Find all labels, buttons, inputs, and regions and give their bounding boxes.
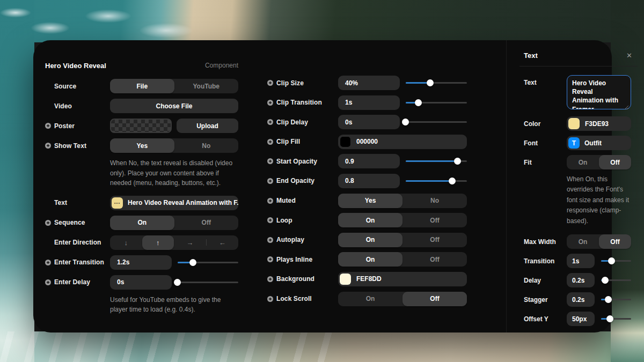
clip-delay-value[interactable]: 0s: [338, 115, 400, 129]
show-text-toggle[interactable]: Yes No: [110, 138, 238, 153]
plus-circle-icon: [267, 80, 273, 86]
upload-button[interactable]: Upload: [177, 119, 238, 133]
clip-transition-slider[interactable]: [406, 95, 467, 110]
clip-transition-row: Clip Transition 1s: [267, 95, 467, 110]
stagger-slider[interactable]: [601, 292, 631, 307]
sequence-label: Sequence: [54, 219, 85, 226]
loop-toggle[interactable]: On Off: [338, 213, 467, 227]
fit-option-on[interactable]: On: [567, 155, 599, 169]
delay-label: Delay: [524, 277, 567, 284]
source-option-youtube[interactable]: YouTube: [174, 79, 239, 93]
clip-transition-value[interactable]: 1s: [338, 95, 400, 110]
enter-direction-toggle[interactable]: ↓ ↑ → ←: [110, 235, 238, 250]
lock-scroll-toggle[interactable]: On Off: [338, 292, 467, 306]
slider-handle[interactable]: [402, 119, 409, 125]
lock-scroll-option-off[interactable]: Off: [402, 292, 467, 306]
slider-handle[interactable]: [454, 158, 461, 165]
show-text-option-yes[interactable]: Yes: [110, 138, 174, 153]
plays-inline-option-off[interactable]: Off: [402, 252, 467, 267]
text-value-field[interactable]: ••• Hero Video Reveal Animation with F..…: [110, 196, 238, 210]
source-option-file[interactable]: File: [110, 79, 174, 93]
loop-option-on[interactable]: On: [338, 213, 402, 227]
end-opacity-value[interactable]: 0.8: [338, 174, 400, 188]
plays-inline-label: Plays Inline: [276, 256, 312, 263]
enter-delay-value[interactable]: 0s: [110, 275, 172, 290]
close-icon[interactable]: ✕: [626, 52, 632, 59]
clip-delay-slider[interactable]: [406, 115, 467, 129]
direction-right-arrow-icon[interactable]: →: [174, 235, 206, 250]
font-field[interactable]: T Outfit: [567, 136, 631, 150]
fit-option-off[interactable]: Off: [599, 155, 631, 169]
sequence-option-on[interactable]: On: [110, 216, 174, 230]
font-label: Font: [524, 139, 567, 147]
poster-preview[interactable]: [110, 119, 172, 133]
enter-transition-value[interactable]: 1.2s: [110, 255, 172, 270]
sequence-option-off[interactable]: Off: [174, 216, 239, 230]
end-opacity-slider[interactable]: [406, 174, 467, 188]
text-popover-panel: Text ✕ Text Hero Video Reveal Animation …: [506, 40, 644, 333]
start-opacity-slider[interactable]: [406, 154, 467, 168]
max-width-toggle[interactable]: On Off: [567, 234, 631, 249]
autoplay-toggle[interactable]: On Off: [338, 233, 467, 247]
plus-circle-icon: [45, 123, 51, 129]
clip-size-slider[interactable]: [406, 76, 467, 90]
text-input-textarea[interactable]: Hero Video Reveal Animation with Framer: [567, 75, 631, 109]
sequence-toggle[interactable]: On Off: [110, 216, 238, 230]
slider-handle[interactable]: [415, 99, 422, 106]
offset-y-value[interactable]: 50px: [567, 312, 595, 326]
background-label: Background: [276, 275, 314, 283]
clip-fill-field[interactable]: 000000: [338, 135, 467, 149]
slider-handle[interactable]: [427, 79, 434, 86]
muted-option-yes[interactable]: Yes: [338, 194, 402, 208]
color-swatch[interactable]: [568, 118, 580, 129]
fit-toggle[interactable]: On Off: [567, 155, 631, 169]
autoplay-option-off[interactable]: Off: [402, 233, 467, 247]
color-field[interactable]: F3DE93: [567, 116, 631, 131]
slider-handle[interactable]: [189, 259, 196, 266]
slider-handle[interactable]: [608, 257, 615, 264]
plus-circle-icon: [45, 143, 51, 149]
slider-handle[interactable]: [606, 315, 613, 322]
loop-option-off[interactable]: Off: [402, 213, 467, 227]
direction-left-arrow-icon[interactable]: ←: [207, 235, 239, 250]
clip-delay-row: Clip Delay 0s: [267, 115, 467, 129]
slider-handle[interactable]: [605, 296, 612, 303]
autoplay-option-on[interactable]: On: [338, 233, 402, 247]
lock-scroll-option-on[interactable]: On: [338, 292, 402, 306]
direction-down-arrow-icon[interactable]: ↓: [110, 235, 142, 250]
sequence-row: Sequence On Off: [45, 216, 238, 230]
max-width-option-off[interactable]: Off: [599, 234, 631, 249]
plays-inline-toggle[interactable]: On Off: [338, 252, 467, 267]
direction-up-arrow-icon[interactable]: ↑: [142, 235, 174, 250]
source-toggle[interactable]: File YouTube: [110, 79, 238, 93]
plays-inline-option-on[interactable]: On: [338, 252, 402, 267]
background-field[interactable]: FEF8DD: [338, 272, 467, 286]
resize-handle-icon[interactable]: [624, 102, 629, 107]
text-row: Text ••• Hero Video Reveal Animation wit…: [45, 196, 238, 210]
clip-size-value[interactable]: 40%: [338, 76, 400, 90]
stagger-value[interactable]: 0.2s: [567, 292, 595, 307]
delay-slider[interactable]: [601, 273, 631, 287]
slider-handle[interactable]: [602, 277, 609, 284]
enter-delay-slider[interactable]: [178, 275, 238, 290]
delay-value[interactable]: 0.2s: [567, 273, 595, 287]
ocean-left: [0, 0, 34, 362]
font-row: Font T Outfit: [524, 136, 635, 150]
slider-handle[interactable]: [449, 178, 456, 184]
muted-toggle[interactable]: Yes No: [338, 194, 467, 208]
muted-label: Muted: [276, 197, 296, 204]
stagger-row: Stagger 0.2s: [524, 292, 635, 307]
muted-option-no[interactable]: No: [402, 194, 467, 208]
delay-row: Delay 0.2s: [524, 273, 635, 287]
start-opacity-value[interactable]: 0.9: [338, 154, 400, 168]
choose-file-button[interactable]: Choose File: [110, 99, 238, 113]
background-swatch[interactable]: [340, 274, 351, 285]
show-text-option-no[interactable]: No: [174, 138, 239, 153]
transition-value[interactable]: 1s: [567, 254, 595, 268]
clip-fill-swatch[interactable]: [340, 136, 351, 147]
max-width-option-on[interactable]: On: [567, 234, 599, 249]
transition-slider[interactable]: [601, 254, 631, 268]
enter-transition-slider[interactable]: [178, 255, 238, 270]
offset-y-slider[interactable]: [601, 312, 631, 326]
slider-handle[interactable]: [174, 279, 181, 286]
